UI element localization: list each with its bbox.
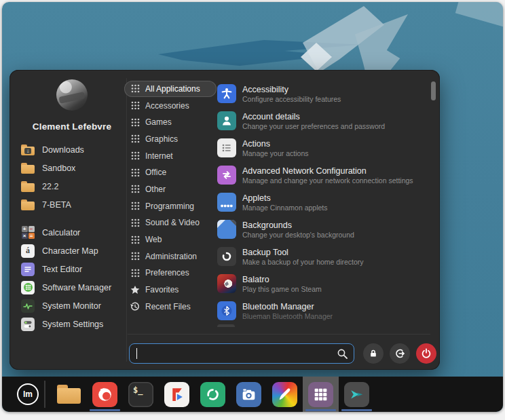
application-description: Manage Cinnamon applets [242, 204, 328, 212]
category-item[interactable]: Preferences [124, 265, 217, 282]
category-item[interactable]: Administration [124, 248, 217, 265]
sidebar-item-label: System Monitor [42, 301, 101, 311]
app-grid-button[interactable] [303, 377, 339, 412]
logout-button[interactable] [390, 343, 410, 364]
sidebar-place-item[interactable]: 22.2 [10, 177, 126, 195]
screenshot-button[interactable] [231, 377, 267, 412]
category-label: Programming [145, 202, 194, 211]
Applets[interactable]: Applets Manage Cinnamon applets [217, 189, 437, 216]
sidebar-place-item[interactable]: Sandbox [10, 159, 126, 177]
sync-app-button[interactable] [195, 377, 231, 412]
share-app-button[interactable] [339, 377, 375, 412]
category-label: Accessories [145, 101, 189, 111]
folder-icon [20, 179, 35, 194]
text-editor-icon [20, 262, 35, 277]
app-grid-icon [308, 382, 333, 407]
menu-button[interactable]: lm [13, 377, 43, 412]
category-label: Other [145, 185, 166, 194]
category-item[interactable]: Sound & Video [124, 215, 217, 231]
Balatro[interactable]: Balatro Play this game on Steam [217, 270, 437, 297]
sidebar-app-item[interactable]: á Character Map [10, 242, 126, 260]
category-label: Graphics [145, 134, 178, 144]
sidebar-app-item[interactable]: System Settings [10, 315, 126, 333]
desktop: Clement Lefebvre ↓ Downloads Sandbox [2, 2, 503, 412]
lock-icon [369, 349, 378, 358]
sidebar-app-item[interactable]: Software Manager [10, 278, 126, 297]
application-list: Accessibility Configure accessibility fe… [217, 80, 437, 324]
text-caret [136, 348, 137, 359]
sidebar-item-label: Calculator [42, 228, 80, 237]
files-icon [57, 385, 81, 404]
balatro-icon [217, 274, 236, 293]
Backgrounds[interactable]: Backgrounds Change your desktop's backgr… [217, 216, 437, 243]
sidebar-place-item[interactable]: 7-BETA [10, 195, 126, 214]
application-name: Backgrounds [242, 221, 354, 230]
f-app-button[interactable] [159, 377, 195, 412]
terminal-icon: $_ [128, 382, 153, 407]
category-item[interactable]: Programming [124, 198, 217, 214]
category-label: Preferences [145, 268, 189, 278]
system-settings-icon [20, 317, 35, 332]
paint-app-button[interactable] [267, 377, 303, 412]
terminal-button[interactable]: $_ [123, 377, 159, 412]
sidebar-app-item[interactable]: +−×= Calculator [10, 223, 126, 242]
app-grid-dots-icon [130, 185, 140, 193]
Account details[interactable]: Account details Change your user prefere… [217, 107, 437, 134]
search-separator [128, 334, 430, 335]
Accessibility[interactable]: Accessibility Configure accessibility fe… [217, 80, 437, 107]
panel-separator [44, 381, 45, 408]
application-description: Make a backup of your home directory [242, 258, 364, 266]
search-input[interactable] [130, 344, 354, 363]
sidebar-app-item[interactable]: System Monitor [10, 297, 126, 315]
category-item[interactable]: All Applications [124, 81, 217, 97]
sidebar-item-label: Text Editor [42, 265, 82, 274]
mint-logo-icon: lm [17, 383, 39, 405]
backup-tool-icon [217, 247, 236, 266]
category-label: Internet [145, 151, 173, 161]
lock-button[interactable] [363, 343, 384, 364]
Backup Tool[interactable]: Backup Tool Make a backup of your home d… [217, 243, 437, 270]
category-label: All Applications [145, 84, 200, 94]
system-monitor-icon [20, 299, 35, 313]
category-item[interactable]: Other [124, 181, 217, 197]
category-item[interactable]: Office [124, 164, 217, 180]
sidebar-place-item[interactable]: ↓ Downloads [10, 140, 126, 159]
sidebar-item-label: Sandbox [42, 164, 75, 173]
app-grid-dots-icon [130, 118, 140, 127]
sidebar-item-label: 7-BETA [42, 200, 71, 210]
menu-sidebar: Clement Lefebvre ↓ Downloads Sandbox [10, 70, 126, 370]
category-item[interactable]: Web [124, 231, 217, 248]
power-icon [421, 348, 432, 359]
Bluetooth Manager[interactable]: Bluetooth Manager Blueman Bluetooth Mana… [217, 297, 437, 324]
app-grid-dots-icon [130, 269, 140, 278]
recent-icon [130, 302, 140, 311]
sidebar-item-label: Downloads [42, 145, 84, 155]
application-name: Account details [242, 112, 385, 121]
firefox-button[interactable] [87, 377, 123, 412]
avatar[interactable] [56, 79, 88, 111]
category-item[interactable]: Favorites [124, 282, 217, 298]
Advanced Network Configuration[interactable]: Advanced Network Configuration Manage an… [217, 161, 437, 189]
sidebar-app-item[interactable]: Text Editor [10, 260, 126, 278]
category-item[interactable]: Recent Files [124, 299, 217, 315]
category-item[interactable]: Games [124, 114, 217, 130]
account-details-icon [217, 111, 236, 130]
category-label: Sound & Video [145, 218, 200, 227]
application-name: Actions [242, 139, 308, 149]
app-grid-dots-icon [130, 84, 140, 93]
files-button[interactable] [51, 377, 87, 412]
app-grid-dots-icon [130, 218, 140, 227]
character-map-icon: á [20, 244, 35, 259]
scrollbar-thumb[interactable] [431, 81, 436, 100]
app-grid-dots-icon [130, 134, 140, 143]
category-item[interactable]: Accessories [124, 98, 217, 114]
Actions[interactable]: Actions Manage your actions [217, 134, 437, 161]
search-box[interactable] [129, 343, 354, 364]
category-item[interactable]: Internet [124, 148, 217, 164]
sidebar-places: ↓ Downloads Sandbox 22.2 [10, 140, 126, 214]
search-row [129, 343, 436, 364]
category-item[interactable]: Graphics [124, 131, 217, 147]
bluetooth-icon [217, 301, 236, 320]
power-button[interactable] [416, 343, 436, 364]
firefox-icon [92, 382, 117, 407]
